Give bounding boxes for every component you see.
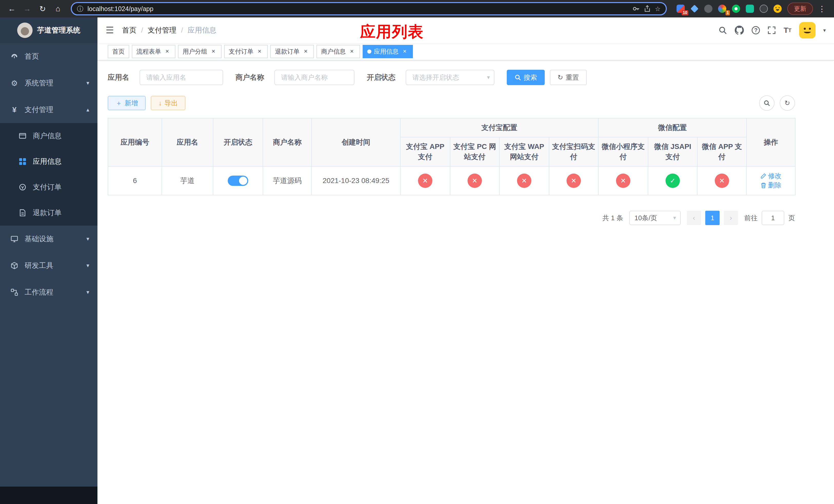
user-avatar[interactable] [799,22,815,39]
github-icon[interactable] [735,26,744,35]
app-table: 应用编号 应用名 开启状态 商户名称 创建时间 支付宝配置 微信配置 操作 支付… [108,118,795,196]
extension-icon-2[interactable] [690,4,699,13]
browser-menu-icon[interactable]: ⋮ [815,4,829,13]
tab-refund-order[interactable]: 退款订单× [270,45,314,58]
search-form: 应用名 商户名称 开启状态 ▾ [108,70,795,85]
alipay-wap-status-icon: ✕ [517,174,531,188]
next-page-button[interactable]: › [724,211,738,225]
close-icon[interactable]: × [210,48,217,55]
fullscreen-icon[interactable] [768,26,776,35]
grid-icon [19,158,27,165]
breadcrumb: 首页 / 支付管理 / 应用信息 [122,25,216,35]
breadcrumb-current: 应用信息 [188,25,216,35]
home-icon[interactable]: ⌂ [51,2,65,15]
sidebar-item-label: 工作流程 [25,288,53,297]
site-info-icon[interactable]: ⓘ [77,5,83,13]
extension-icon-6[interactable] [745,4,754,13]
close-icon[interactable]: × [302,48,309,55]
chevron-down-icon: ▾ [86,80,89,86]
tab-home[interactable]: 首页 [108,45,129,58]
tab-process-form[interactable]: 流程表单× [132,45,175,58]
sidebar-item-infrastructure[interactable]: 基础设施 ▾ [0,226,97,252]
search-icon [764,100,770,107]
close-icon[interactable]: × [163,48,171,55]
sidebar-item-system[interactable]: ⚙ 系统管理 ▾ [0,70,97,96]
extension-icon-5[interactable] [731,4,741,13]
status-select[interactable] [406,70,495,85]
edit-link-label: 修改 [768,171,782,181]
navbar-actions: ? TT ▾ [718,22,826,39]
close-icon[interactable]: × [256,48,263,55]
search-icon [514,74,521,81]
breadcrumb-payment[interactable]: 支付管理 [148,25,176,35]
browser-update-button[interactable]: 更新 [787,3,813,15]
goto-label: 前往 [744,213,758,223]
delete-link[interactable]: 删除 [761,181,782,190]
tab-pay-order[interactable]: 支付订单× [224,45,268,58]
sidebar-item-label: 支付管理 [25,105,53,115]
status-toggle[interactable] [228,176,248,186]
sidebar-item-app-info[interactable]: 应用信息 [0,149,97,174]
font-size-icon[interactable]: TT [784,26,791,35]
sidebar-item-payment[interactable]: ¥ 支付管理 ▴ [0,96,97,123]
cell-status [213,166,263,195]
password-key-icon[interactable] [632,5,640,12]
breadcrumb-home[interactable]: 首页 [122,25,136,35]
close-icon[interactable]: × [348,48,355,55]
chevron-down-icon: ▾ [86,235,89,242]
bookmark-star-icon[interactable]: ☆ [655,5,661,13]
plus-icon: ＋ [115,99,122,108]
tab-label: 支付订单 [229,47,254,55]
add-button[interactable]: ＋ 新增 [108,96,146,110]
total-count: 共 1 条 [602,213,623,223]
back-icon[interactable]: ← [5,2,19,15]
export-button[interactable]: ↓ 导出 [151,96,185,110]
sidebar-item-pay-order[interactable]: 支付订单 [0,174,97,200]
extension-icon-7[interactable] [759,4,768,13]
merchant-name-input[interactable] [275,70,354,85]
profile-avatar[interactable] [773,4,782,13]
col-alipay-qr: 支付宝扫码支付 [549,137,598,166]
page-number-button[interactable]: 1 [705,211,720,225]
extension-badge: 1 [725,10,730,15]
close-icon[interactable]: × [401,48,408,55]
toggle-search-button[interactable] [759,95,774,111]
document-icon [19,209,27,216]
tab-app-info[interactable]: 应用信息× [363,45,413,58]
app-name-input[interactable] [139,70,223,85]
extension-icon-4[interactable]: 1 [718,4,727,13]
col-alipay-app: 支付宝 APP 支付 [400,137,450,166]
chevron-up-icon: ▴ [86,107,89,113]
sidebar-item-refund-order[interactable]: 退款订单 [0,200,97,226]
tab-merchant-info[interactable]: 商户信息× [316,45,360,58]
extension-icon-1[interactable]: 10 [676,4,685,13]
url-text[interactable]: localhost:1024/pay/app [87,5,628,13]
search-button[interactable]: 搜索 [507,70,545,85]
prev-page-button[interactable]: ‹ [687,211,701,225]
forward-icon[interactable]: → [21,2,34,15]
sidebar-item-home[interactable]: 首页 [0,43,97,70]
col-created-at: 创建时间 [312,118,400,166]
sidebar-item-workflow[interactable]: 工作流程 ▾ [0,279,97,305]
sidebar-item-merchant-info[interactable]: 商户信息 [0,123,97,149]
box-icon [10,262,19,270]
hamburger-icon[interactable]: ☰ [106,25,114,36]
page-size-select[interactable]: 10条/页 ▾ [629,211,681,225]
alipay-qr-status-icon: ✕ [567,174,581,188]
share-icon[interactable] [644,5,651,12]
browser-toolbar: ← → ↻ ⌂ ⓘ localhost:1024/pay/app ☆ 10 1 [0,0,834,18]
cell-app-name: 芋道 [162,166,213,195]
goto-page-input[interactable] [762,211,784,225]
caret-down-icon[interactable]: ▾ [823,27,826,33]
tab-user-group[interactable]: 用户分组× [178,45,222,58]
extension-icon-3[interactable] [704,4,713,13]
sidebar-item-devtools[interactable]: 研发工具 ▾ [0,252,97,279]
order-icon [19,183,27,191]
help-icon[interactable]: ? [752,26,760,35]
edit-link[interactable]: 修改 [761,171,782,181]
refresh-table-button[interactable]: ↻ [780,95,795,111]
reset-button[interactable]: ↻ 重置 [550,70,587,85]
reload-icon[interactable]: ↻ [36,2,49,15]
search-icon[interactable] [718,26,727,35]
address-bar[interactable]: ⓘ localhost:1024/pay/app ☆ [71,2,667,15]
